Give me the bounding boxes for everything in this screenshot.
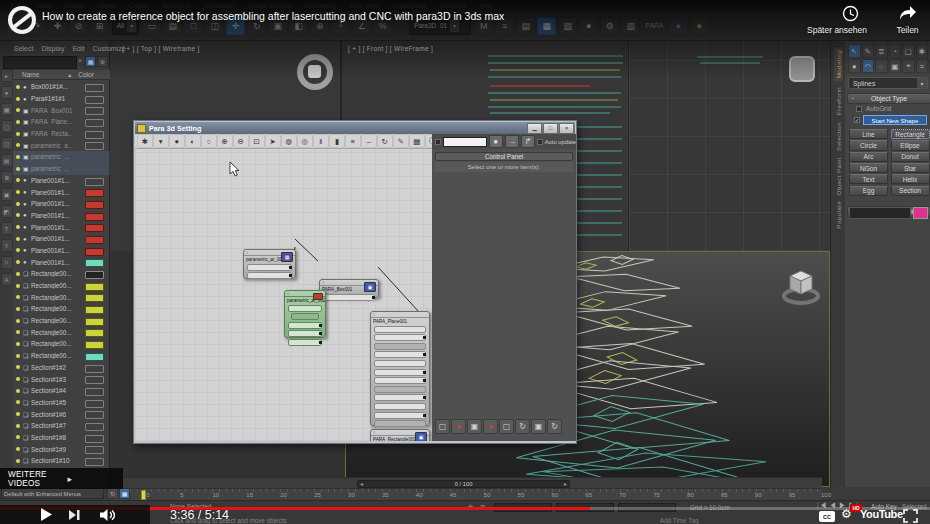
object-name-field[interactable] [849,207,911,219]
next-icon[interactable] [69,509,81,521]
visibility-bulb-icon[interactable] [16,284,20,288]
explorer-row-section-1-6[interactable]: ❏Section#1#6 [13,408,110,420]
explorer-strip-icon-4[interactable]: ◫ [1,137,13,150]
color-swatch[interactable] [85,213,104,221]
object-color-swatch[interactable] [913,207,928,219]
workspace-dropdown[interactable]: Default with Enhanced Menus [1,488,104,499]
color-swatch[interactable] [85,283,104,291]
dialog-refresh-page-icon[interactable]: ▢ [499,419,514,434]
channel-avatar[interactable] [8,6,36,34]
frame-forward-icon[interactable]: ▸ [564,481,567,487]
color-swatch[interactable] [85,119,104,127]
visibility-bulb-icon[interactable] [16,354,20,358]
arrow-button[interactable]: → [505,135,519,148]
menu-help[interactable]: Help [479,2,493,9]
explorer-menu-display[interactable]: Display [41,45,64,52]
explorer-strip-icon-10[interactable]: Y [1,239,13,252]
menu-group[interactable]: Group [64,2,83,9]
explorer-row-plane001-1[interactable]: ●Plane001#1... [13,233,110,245]
explorer-row-rectangle00[interactable]: ❏Rectangle00... [13,303,110,315]
explorer-row-rectangle00[interactable]: ❏Rectangle00... [13,338,110,350]
color-swatch[interactable] [85,236,104,244]
explorer-strip-icon-5[interactable]: ▤ [1,154,13,167]
explorer-row-section-1-8[interactable]: ❏Section#1#8 [13,432,110,444]
dialog-select-arrow-icon[interactable]: ➤ [265,134,281,148]
node-param-slot[interactable] [323,294,375,301]
visibility-bulb-icon[interactable] [16,225,20,229]
explorer-row-rectangle00[interactable]: ❏Rectangle00... [13,280,110,292]
color-swatch[interactable] [85,142,104,150]
dialog-delete-page-icon[interactable]: ▢ [435,419,450,434]
dialog-bulb-off-icon[interactable]: ◎ [297,134,313,148]
color-swatch[interactable] [85,318,104,326]
node-canvas[interactable]: ≡ parametric_ar_001 ▦ ≡ PARA_Box001 ▣ ≡ … [135,149,432,441]
dialog-list-view-icon[interactable]: ≡ [345,134,361,148]
visibility-bulb-icon[interactable] [16,143,20,147]
dialog-step-update-icon[interactable]: ▮ [329,134,345,148]
viewcube-icon[interactable] [776,262,826,307]
more-videos-overlay[interactable]: WEITERE VIDEOS ▸ [0,468,123,489]
explorer-strip-icon-8[interactable]: ◩ [1,205,13,218]
color-swatch[interactable] [85,294,104,302]
menu-create[interactable]: Create [128,2,149,9]
subtitles-icon[interactable]: CC [819,511,835,522]
visibility-bulb-icon[interactable] [16,248,20,252]
explorer-row-plane001-1[interactable]: ●Plane001#1... [13,198,110,210]
dialog-bulb-on-icon[interactable]: ◍ [281,134,297,148]
color-swatch[interactable] [85,201,104,209]
toolbar-render-production-icon[interactable]: ● [669,17,688,35]
time-slider-handle[interactable]: ◂ 0 / 100 ▸ [357,480,570,488]
minimize-button[interactable]: ▁ [527,123,542,134]
workspace-undo-icon[interactable]: ↻ [107,488,118,499]
visibility-bulb-icon[interactable] [16,97,20,101]
dialog-edit-mode-icon[interactable]: ✎ [393,134,409,148]
close-button[interactable]: × [559,123,574,134]
auto-update-checkbox[interactable] [537,139,543,145]
explorer-row-box001-1[interactable]: ●Box001#1#... [13,81,110,93]
dialog-refresh-checked-page-icon[interactable]: ▣ [531,419,546,434]
explorer-menu-select[interactable]: Select [14,45,33,52]
node-param-slot[interactable] [291,313,319,320]
node-para-box[interactable]: ≡ PARA_Box001 ▣ [319,279,379,298]
visibility-bulb-icon[interactable] [16,213,20,217]
para3d-title-bar[interactable]: Para 3d Setting ▁ □ × [135,122,575,134]
panel-checkbox[interactable] [435,139,441,145]
explorer-strip-icon-7[interactable]: ▣ [1,188,13,201]
explorer-strip-icon-9[interactable]: T [1,222,13,235]
visibility-bulb-icon[interactable] [16,155,20,159]
volume-icon[interactable] [99,508,116,522]
menu-customize[interactable]: Customize [393,2,426,9]
color-column-header[interactable]: Color [78,71,94,78]
color-swatch[interactable] [85,259,104,267]
explorer-row-rectangle00[interactable]: ❏Rectangle00... [13,291,110,303]
explorer-row-rectangle00[interactable]: ❏Rectangle00... [13,315,110,327]
ribbon-tab-modeling[interactable]: Modeling [834,47,843,81]
explorer-menu-customize[interactable]: Customize [92,45,125,52]
object-type-button-circle[interactable]: Circle [849,140,888,150]
node-param-slot[interactable] [374,377,426,384]
youtube-logo[interactable]: YouTube [860,508,903,520]
visibility-bulb-icon[interactable] [16,120,20,124]
visibility-bulb-icon[interactable] [16,435,20,439]
toolbar-render-iterative-icon[interactable]: ● [690,17,709,35]
visibility-bulb-icon[interactable] [16,108,20,112]
dialog-create-node-icon[interactable]: ✱ [137,134,153,148]
visibility-bulb-icon[interactable] [16,85,20,89]
track-bar[interactable]: 0510152025303540455055606570758085909510… [110,488,822,500]
object-type-button-helix[interactable]: Helix [891,174,930,184]
object-type-button-ellipse[interactable]: Ellipse [891,140,930,150]
explorer-row-para-1-1-1[interactable]: ●Para#1#1#1 [13,93,110,105]
visibility-bulb-icon[interactable] [16,190,20,194]
visibility-bulb-icon[interactable] [16,365,20,369]
explorer-row-plane001-1[interactable]: ●Plane001#1... [13,256,110,268]
color-swatch[interactable] [85,224,104,232]
ribbon-tab-populate[interactable]: Populate [835,201,842,229]
object-type-button-rectangle[interactable]: Rectangle [891,129,930,139]
visibility-bulb-icon[interactable] [16,132,20,136]
visibility-bulb-icon[interactable] [16,295,20,299]
explorer-row-para-recta[interactable]: ▣PARA_Recta... [13,128,110,140]
dialog-refresh-node-icon[interactable]: ↻ [515,419,530,434]
explorer-strip-icon-0[interactable]: ▸ [1,69,13,82]
menu-animation[interactable]: Animation [204,2,235,9]
color-swatch[interactable] [85,446,104,454]
